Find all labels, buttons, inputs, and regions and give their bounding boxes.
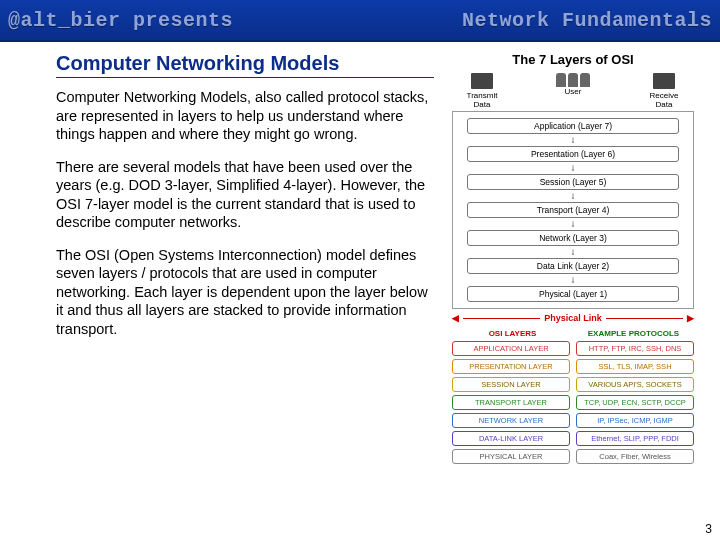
protocol-examples: Ethernet, SLIP, PPP, FDDI	[576, 431, 694, 446]
protocol-row: NETWORK LAYERIP, IPSec, ICMP, IGMP	[452, 413, 694, 428]
osi-layer-name: PHYSICAL LAYER	[452, 449, 570, 464]
protocol-table-header: OSI LAYERS EXAMPLE PROTOCOLS	[452, 329, 694, 338]
protocol-examples: Coax, Fiber, Wireless	[576, 449, 694, 464]
slide-body: Computer Networking Models Computer Netw…	[0, 42, 720, 467]
protocol-examples: TCP, UDP, ECN, SCTP, DCCP	[576, 395, 694, 410]
receive-data-label: Receive Data	[634, 73, 694, 109]
col-protocols: EXAMPLE PROTOCOLS	[573, 329, 694, 338]
osi-stack: Application (Layer 7) ↓ Presentation (La…	[452, 111, 694, 309]
protocol-row: TRANSPORT LAYERTCP, UDP, ECN, SCTP, DCCP	[452, 395, 694, 410]
text-column: Computer Networking Models Computer Netw…	[56, 52, 452, 467]
osi-layer-name: NETWORK LAYER	[452, 413, 570, 428]
osi-title: The 7 Layers of OSI	[452, 52, 694, 67]
arrow-icon: ↓	[457, 164, 689, 172]
protocol-table-body: APPLICATION LAYERHTTP, FTP, IRC, SSH, DN…	[452, 341, 694, 464]
paragraph: Computer Networking Models, also called …	[56, 88, 434, 144]
user-label: User	[533, 73, 613, 109]
terminal-icon	[653, 73, 675, 89]
protocol-examples: VARIOUS API'S, SOCKETS	[576, 377, 694, 392]
user-text: User	[533, 87, 613, 96]
header-right: Network Fundamentals	[462, 9, 712, 32]
osi-top-row: Transmit Data User Receive Data	[452, 73, 694, 109]
osi-layer: Presentation (Layer 6)	[467, 146, 679, 162]
slide-header: @alt_bier presents Network Fundamentals	[0, 0, 720, 42]
transmit-data-label: Transmit Data	[452, 73, 512, 109]
arrow-icon: ↓	[457, 248, 689, 256]
osi-layer-name: DATA-LINK LAYER	[452, 431, 570, 446]
slide-number: 3	[705, 522, 712, 536]
protocol-row: SESSION LAYERVARIOUS API'S, SOCKETS	[452, 377, 694, 392]
physical-link-row: ◀ Physical Link ▶	[452, 313, 694, 323]
protocol-examples: IP, IPSec, ICMP, IGMP	[576, 413, 694, 428]
osi-layer-name: APPLICATION LAYER	[452, 341, 570, 356]
arrow-icon: ↓	[457, 220, 689, 228]
tx-text: Transmit Data	[452, 91, 512, 109]
terminal-icon	[471, 73, 493, 89]
arrow-icon: ↓	[457, 136, 689, 144]
osi-layer: Application (Layer 7)	[467, 118, 679, 134]
protocol-row: PHYSICAL LAYERCoax, Fiber, Wireless	[452, 449, 694, 464]
arrow-icon: ↓	[457, 276, 689, 284]
slide-title: Computer Networking Models	[56, 52, 434, 78]
osi-layer: Transport (Layer 4)	[467, 202, 679, 218]
phys-link-label: Physical Link	[544, 313, 602, 323]
protocol-row: APPLICATION LAYERHTTP, FTP, IRC, SSH, DN…	[452, 341, 694, 356]
paragraph: The OSI (Open Systems Interconnection) m…	[56, 246, 434, 339]
osi-layer: Data Link (Layer 2)	[467, 258, 679, 274]
protocol-examples: HTTP, FTP, IRC, SSH, DNS	[576, 341, 694, 356]
header-left: @alt_bier presents	[8, 9, 233, 32]
arrow-icon: ↓	[457, 192, 689, 200]
col-osi: OSI LAYERS	[452, 329, 573, 338]
osi-layer-name: TRANSPORT LAYER	[452, 395, 570, 410]
paragraph: There are several models that have been …	[56, 158, 434, 232]
protocol-row: DATA-LINK LAYEREthernet, SLIP, PPP, FDDI	[452, 431, 694, 446]
rx-text: Receive Data	[634, 91, 694, 109]
protocol-examples: SSL, TLS, IMAP, SSH	[576, 359, 694, 374]
osi-layer-name: SESSION LAYER	[452, 377, 570, 392]
osi-layer: Physical (Layer 1)	[467, 286, 679, 302]
protocol-row: PRESENTATION LAYERSSL, TLS, IMAP, SSH	[452, 359, 694, 374]
osi-diagram: The 7 Layers of OSI Transmit Data User R…	[452, 52, 694, 467]
osi-layer: Network (Layer 3)	[467, 230, 679, 246]
osi-layer-name: PRESENTATION LAYER	[452, 359, 570, 374]
user-icon	[533, 73, 613, 87]
osi-layer: Session (Layer 5)	[467, 174, 679, 190]
